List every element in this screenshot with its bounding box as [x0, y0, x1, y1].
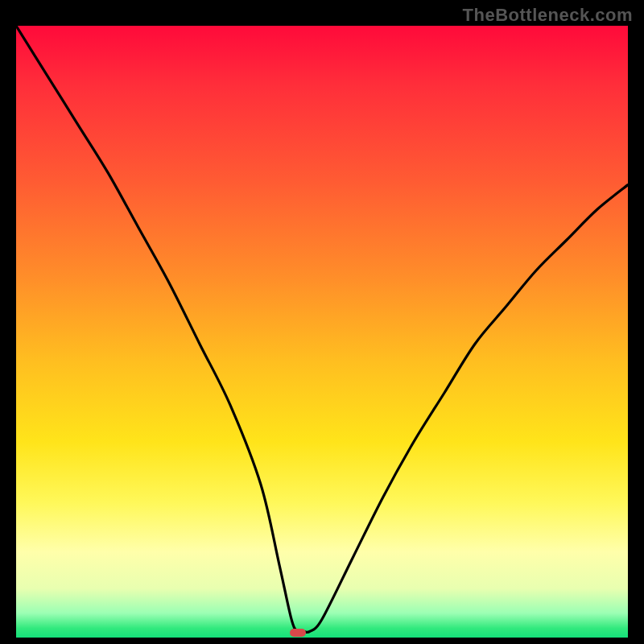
optimum-marker — [290, 629, 306, 637]
bottleneck-curve-path — [16, 26, 628, 633]
plot-area — [16, 26, 628, 638]
chart-stage: TheBottleneck.com — [0, 0, 644, 644]
curve-svg — [16, 26, 628, 638]
watermark-text: TheBottleneck.com — [463, 5, 633, 26]
